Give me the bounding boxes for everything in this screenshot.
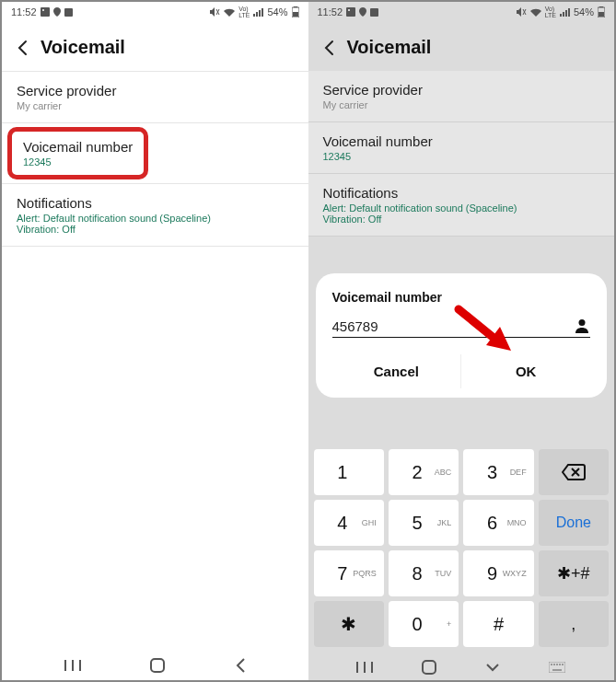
key-backspace[interactable] bbox=[539, 449, 609, 495]
dialog-title: Voicemail number bbox=[332, 290, 591, 305]
key-hash[interactable]: # bbox=[463, 601, 533, 647]
signal-icon bbox=[253, 8, 263, 17]
key-4[interactable]: 4GHI bbox=[314, 500, 384, 546]
key-comma[interactable]: , bbox=[539, 601, 609, 647]
signal-icon bbox=[560, 8, 570, 17]
key-0[interactable]: 0+ bbox=[389, 601, 459, 647]
key-2[interactable]: 2ABC bbox=[389, 449, 459, 495]
svg-rect-11 bbox=[599, 6, 603, 7]
status-battery-pct: 54% bbox=[267, 6, 287, 17]
nav-back-icon[interactable] bbox=[235, 658, 246, 673]
numeric-keypad: 12ABC3DEF4GHI5JKL6MNODone7PQRS8TUV9WXYZ✱… bbox=[308, 444, 615, 653]
status-time: 11:52 bbox=[11, 6, 37, 17]
svg-point-8 bbox=[348, 9, 350, 11]
key-star[interactable]: ✱ bbox=[314, 601, 384, 647]
mute-icon bbox=[210, 7, 220, 17]
battery-icon bbox=[598, 6, 605, 17]
svg-point-13 bbox=[579, 319, 586, 326]
svg-rect-17 bbox=[553, 664, 555, 665]
back-icon[interactable] bbox=[15, 40, 31, 56]
nav-bar bbox=[2, 649, 308, 680]
key-9[interactable]: 9WXYZ bbox=[463, 550, 533, 596]
key-3[interactable]: 3DEF bbox=[463, 449, 533, 495]
item-service-provider[interactable]: Service provider My carrier bbox=[2, 71, 308, 123]
network-label: Vo)LTE bbox=[545, 6, 556, 18]
square-icon bbox=[370, 8, 378, 17]
svg-rect-4 bbox=[294, 6, 297, 7]
image-icon bbox=[41, 7, 50, 17]
status-battery-pct: 54% bbox=[574, 6, 594, 17]
key-8[interactable]: 8TUV bbox=[389, 550, 459, 596]
cancel-button[interactable]: Cancel bbox=[332, 354, 461, 388]
svg-rect-6 bbox=[151, 659, 164, 672]
item-voicemail-number[interactable]: Voicemail number 12345 bbox=[2, 123, 308, 184]
svg-rect-16 bbox=[551, 664, 552, 665]
svg-rect-7 bbox=[346, 7, 355, 17]
screen-voicemail-settings: 11:52 Vo)LTE 54% Voicemail Service provi… bbox=[2, 2, 308, 680]
back-icon[interactable] bbox=[321, 40, 338, 56]
svg-rect-9 bbox=[370, 8, 378, 17]
wifi-icon bbox=[530, 8, 541, 17]
backspace-icon bbox=[562, 464, 586, 480]
home-icon[interactable] bbox=[150, 658, 165, 673]
battery-icon bbox=[292, 6, 299, 17]
highlight-annotation: Voicemail number 12345 bbox=[7, 127, 148, 179]
ime-collapse-icon[interactable] bbox=[485, 662, 500, 673]
svg-rect-12 bbox=[599, 12, 604, 17]
home-icon[interactable] bbox=[422, 660, 436, 675]
key-symbols[interactable]: ✱+# bbox=[539, 550, 609, 596]
svg-rect-14 bbox=[423, 661, 436, 674]
settings-list: Service provider My carrier Voicemail nu… bbox=[2, 71, 308, 247]
nav-bar bbox=[308, 653, 615, 680]
arrow-annotation bbox=[454, 305, 518, 360]
keyboard-icon[interactable] bbox=[549, 662, 565, 673]
location-icon bbox=[359, 7, 366, 17]
mute-icon bbox=[517, 7, 527, 17]
svg-rect-2 bbox=[64, 8, 73, 17]
contact-icon[interactable] bbox=[574, 318, 590, 334]
status-time: 11:52 bbox=[318, 6, 343, 17]
svg-rect-15 bbox=[549, 662, 565, 673]
svg-rect-5 bbox=[293, 12, 298, 17]
svg-point-1 bbox=[42, 9, 44, 11]
key-6[interactable]: 6MNO bbox=[463, 500, 533, 546]
svg-rect-21 bbox=[552, 669, 562, 671]
item-notifications[interactable]: Notifications Alert: Default notificatio… bbox=[308, 174, 615, 237]
key-7[interactable]: 7PQRS bbox=[314, 550, 384, 596]
item-service-provider[interactable]: Service provider My carrier bbox=[308, 71, 615, 122]
image-icon bbox=[346, 7, 355, 17]
voicemail-number-dialog: Voicemail number Cancel OK bbox=[316, 273, 608, 398]
screen-voicemail-dialog: 11:52 Vo)LTE 54% Voicemail Service provi… bbox=[308, 2, 615, 680]
key-1[interactable]: 1 bbox=[314, 449, 384, 495]
svg-rect-18 bbox=[556, 664, 558, 665]
page-title: Voicemail bbox=[41, 37, 125, 58]
page-header: Voicemail bbox=[2, 20, 308, 71]
page-header: Voicemail bbox=[308, 20, 615, 71]
item-notifications[interactable]: Notifications Alert: Default notificatio… bbox=[2, 184, 308, 247]
recents-icon[interactable] bbox=[64, 659, 81, 672]
svg-rect-19 bbox=[559, 664, 561, 665]
wifi-icon bbox=[224, 8, 235, 17]
status-bar: 11:52 Vo)LTE 54% bbox=[308, 2, 615, 20]
settings-list: Service provider My carrier Voicemail nu… bbox=[308, 71, 615, 237]
status-bar: 11:52 Vo)LTE 54% bbox=[2, 2, 308, 20]
page-title: Voicemail bbox=[347, 37, 432, 58]
item-voicemail-number[interactable]: Voicemail number 12345 bbox=[308, 122, 615, 174]
recents-icon[interactable] bbox=[356, 661, 373, 674]
key-done[interactable]: Done bbox=[539, 500, 609, 546]
svg-rect-0 bbox=[41, 7, 50, 17]
network-label: Vo)LTE bbox=[238, 6, 250, 18]
location-icon bbox=[53, 7, 61, 17]
key-5[interactable]: 5JKL bbox=[389, 500, 459, 546]
square-icon bbox=[64, 8, 73, 17]
svg-rect-20 bbox=[562, 664, 564, 665]
